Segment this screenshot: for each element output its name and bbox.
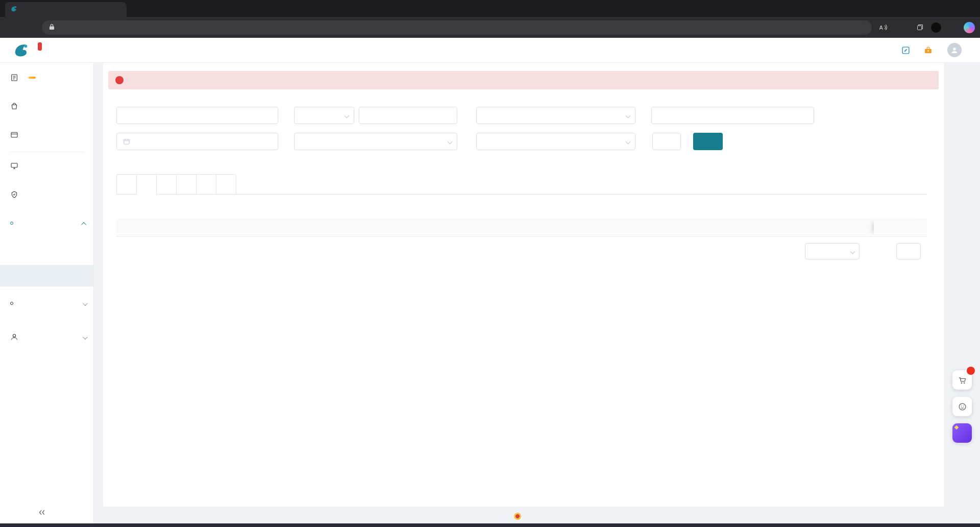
beta-badge: [38, 42, 42, 51]
window-minimize-button[interactable]: [910, 0, 933, 17]
collections-icon[interactable]: [913, 20, 927, 35]
goto-page-input[interactable]: [896, 243, 921, 259]
lock-icon: [49, 23, 55, 32]
table-toolbar: [103, 201, 927, 209]
sparkle-icon: [954, 425, 959, 429]
tax-status-select[interactable]: [476, 133, 635, 150]
tab-all[interactable]: [116, 174, 137, 194]
sidebar-item-purchase[interactable]: [0, 94, 93, 118]
customer-service-button[interactable]: [952, 397, 972, 416]
service-product-select[interactable]: [476, 107, 635, 124]
chevron-down-icon: [345, 113, 350, 118]
cart-icon: [958, 375, 967, 385]
tax-trial-icon: [10, 74, 18, 82]
card-icon: [10, 131, 18, 139]
content-panel: [103, 63, 944, 507]
tab-declaring[interactable]: [197, 174, 216, 194]
page-size-select[interactable]: [805, 243, 860, 259]
chevron-down-icon: [83, 299, 86, 307]
profile-avatar[interactable]: [931, 22, 941, 33]
logo-icon: [12, 41, 30, 59]
tab-pending-tax[interactable]: [177, 174, 197, 194]
sidebar-item-renewal[interactable]: [0, 123, 93, 147]
ai-assistant-button[interactable]: [952, 423, 972, 443]
calendar-icon: [123, 138, 130, 145]
header-right: [894, 43, 968, 57]
sidebar-item-workbench[interactable]: [0, 154, 93, 178]
sidebar-item-compliance-map[interactable]: [0, 183, 93, 206]
sidebar-item-vat-service-order[interactable]: [0, 240, 93, 261]
read-aloud-icon[interactable]: A: [876, 20, 890, 35]
chevron-down-icon: [850, 249, 855, 254]
sidebar: [0, 63, 94, 527]
site-favicon-icon: [10, 5, 17, 14]
col-header: [423, 219, 478, 236]
tax-deadline-date-range[interactable]: [116, 133, 278, 150]
epr-tag-icon: [10, 302, 13, 305]
collapse-sidebar-icon[interactable]: [38, 508, 46, 519]
sidebar-item-vat-service[interactable]: [0, 211, 93, 235]
declaration-no-input[interactable]: [116, 107, 278, 124]
sidebar-vat-children: [0, 240, 93, 286]
sidebar-item-epr-service[interactable]: [0, 292, 93, 315]
window-controls: [910, 0, 980, 17]
toolbox-button[interactable]: [924, 46, 935, 55]
chevron-up-icon: [83, 219, 86, 227]
main-area: [94, 63, 980, 527]
col-header: [212, 219, 317, 236]
favorite-star-icon[interactable]: [894, 20, 909, 35]
company-name-input[interactable]: [651, 107, 814, 124]
sidebar-item-tax-trial[interactable]: [0, 66, 93, 89]
tax-number-input[interactable]: [359, 107, 457, 124]
sidebar-item-personal-center[interactable]: [0, 325, 93, 349]
sidebar-item-vat-declaration[interactable]: [0, 265, 93, 286]
window-maximize-button[interactable]: [933, 0, 957, 17]
vat-tag-icon: [10, 222, 13, 225]
customer-service-icon: [958, 402, 967, 412]
shield-icon: [10, 190, 18, 199]
col-header: [775, 219, 838, 236]
tab-pending-review[interactable]: [157, 174, 177, 194]
col-header: [704, 219, 775, 236]
pagination: [103, 243, 927, 259]
chevron-down-icon: [626, 113, 631, 118]
cart-button[interactable]: [952, 370, 972, 390]
col-header: [838, 219, 874, 236]
table-header-row: [116, 219, 927, 237]
app-header: [0, 38, 980, 63]
tab-completed[interactable]: [216, 174, 236, 194]
floating-buttons: [952, 370, 972, 443]
reset-button[interactable]: [652, 133, 681, 150]
search-button[interactable]: [693, 133, 723, 150]
copilot-icon[interactable]: [964, 22, 975, 33]
col-header: [116, 219, 212, 236]
user-avatar[interactable]: [947, 43, 962, 57]
country-select[interactable]: [294, 107, 354, 124]
filter-row-2: [116, 133, 930, 150]
person-icon: [10, 333, 18, 341]
app-logo[interactable]: [12, 41, 42, 59]
window-close-button[interactable]: [957, 0, 980, 17]
feedback-button[interactable]: [901, 46, 913, 55]
refresh-button[interactable]: [23, 20, 38, 35]
col-header: [370, 219, 423, 236]
shopping-bag-icon: [10, 102, 18, 110]
back-button[interactable]: [5, 20, 19, 35]
chevron-down-icon: [83, 333, 86, 341]
col-header: [478, 219, 572, 236]
feedback-icon: [901, 46, 910, 55]
toolbox-icon: [924, 46, 933, 55]
chevron-down-icon: [448, 139, 453, 144]
tab-pending-submit[interactable]: [137, 174, 157, 195]
status-tabs: [116, 174, 927, 195]
col-header: [874, 219, 927, 236]
declare-period-select[interactable]: [294, 133, 457, 150]
browser-tab[interactable]: [5, 2, 127, 17]
col-header: [572, 219, 651, 236]
filter-panel: [103, 107, 944, 150]
browser-toolbar: A: [0, 17, 980, 38]
page-body: [0, 63, 980, 527]
more-options-icon[interactable]: [945, 20, 960, 35]
sidebar-divider: [9, 152, 84, 152]
address-bar[interactable]: [42, 20, 872, 35]
